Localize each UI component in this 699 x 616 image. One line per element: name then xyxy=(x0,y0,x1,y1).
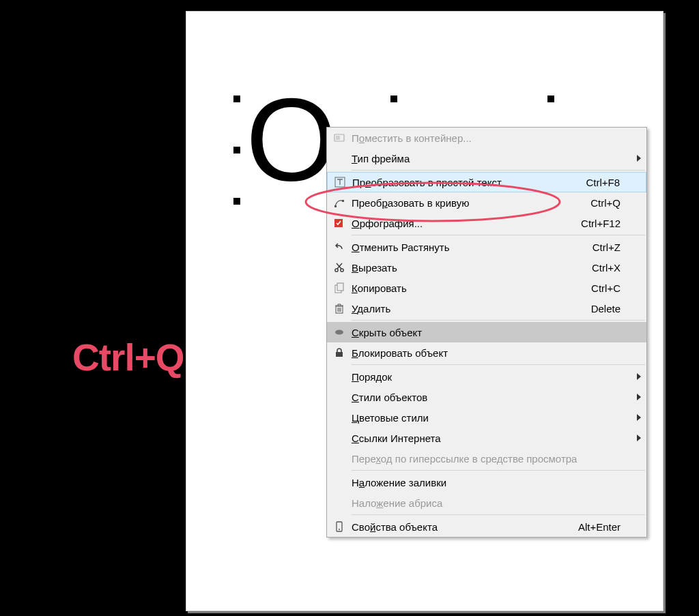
handle-top-middle[interactable] xyxy=(390,96,397,102)
menu-item-label: Цветовые стили xyxy=(352,412,631,424)
menu-item-label: Поместить в контейнер... xyxy=(352,132,631,144)
lock-icon xyxy=(327,347,352,358)
submenu-arrow-icon xyxy=(631,373,646,380)
menu-item-label: Преобразовать в простой текст xyxy=(352,177,586,188)
undo-icon xyxy=(327,241,352,252)
menu-item-label: Свойства объекта xyxy=(352,521,578,533)
menu-item-label: Преобразовать в кривую xyxy=(352,197,590,209)
menu-item-19: Переход по гиперссылке в средстве просмо… xyxy=(327,448,646,469)
menu-item-7[interactable]: Отменить РастянутьCtrl+Z xyxy=(327,237,646,257)
menu-item-16[interactable]: Стили объектов xyxy=(327,387,646,407)
menu-item-shortcut: Ctrl+Z xyxy=(593,241,631,253)
menu-item-shortcut: Ctrl+X xyxy=(592,262,631,274)
menu-item-label: Удалить xyxy=(352,303,591,314)
svg-point-11 xyxy=(335,330,343,335)
menu-item-24[interactable]: Свойства объектаAlt+Enter xyxy=(327,516,646,537)
properties-icon xyxy=(327,521,352,532)
menu-item-17[interactable]: Цветовые стили xyxy=(327,407,646,428)
menu-item-label: Орфография... xyxy=(352,218,581,229)
menu-item-label: Скрыть объект xyxy=(352,327,631,338)
submenu-arrow-icon xyxy=(631,435,646,441)
menu-item-label: Вырезать xyxy=(352,262,592,274)
menu-item-15[interactable]: Порядок xyxy=(327,366,646,387)
spellcheck-icon xyxy=(327,218,352,229)
submenu-arrow-icon xyxy=(631,414,646,421)
menu-item-shortcut: Delete xyxy=(591,303,631,314)
cut-icon xyxy=(327,262,352,273)
menu-item-5[interactable]: Орфография...Ctrl+F12 xyxy=(327,213,646,233)
menu-item-label: Стили объектов xyxy=(352,392,631,403)
menu-separator xyxy=(352,364,645,365)
curve-icon xyxy=(327,197,352,208)
menu-item-21[interactable]: Наложение заливки xyxy=(327,472,646,493)
menu-item-9[interactable]: КопироватьCtrl+C xyxy=(327,278,646,298)
submenu-arrow-icon xyxy=(631,155,646,162)
svg-rect-4 xyxy=(342,200,344,202)
handle-top-right[interactable] xyxy=(547,96,554,102)
menu-item-label: Переход по гиперссылке в средстве просмо… xyxy=(352,453,631,465)
handle-bottom-left[interactable] xyxy=(233,198,240,205)
delete-icon xyxy=(327,303,352,314)
menu-item-shortcut: Ctrl+F12 xyxy=(581,218,631,229)
svg-rect-12 xyxy=(336,352,343,357)
menu-item-shortcut: Ctrl+F8 xyxy=(586,177,631,188)
menu-separator xyxy=(352,514,645,515)
menu-item-label: Наложение заливки xyxy=(352,477,631,488)
menu-item-12[interactable]: Скрыть объект xyxy=(327,322,646,342)
menu-item-4[interactable]: Преобразовать в кривуюCtrl+Q xyxy=(327,192,646,213)
svg-point-14 xyxy=(339,529,340,530)
container-icon xyxy=(327,132,352,143)
svg-point-7 xyxy=(341,269,343,272)
menu-item-13[interactable]: Блокировать объект xyxy=(327,342,646,363)
menu-item-0: Поместить в контейнер... xyxy=(327,128,646,148)
svg-rect-3 xyxy=(334,205,337,207)
menu-item-18[interactable]: Ссылки Интернета xyxy=(327,428,646,448)
menu-item-shortcut: Alt+Enter xyxy=(578,521,631,533)
menu-item-label: Блокировать объект xyxy=(352,347,631,359)
svg-point-6 xyxy=(335,269,338,272)
menu-item-shortcut: Ctrl+C xyxy=(591,282,631,294)
menu-item-label: Ссылки Интернета xyxy=(352,432,631,444)
copy-icon xyxy=(327,282,352,293)
handle-top-left[interactable] xyxy=(233,96,240,102)
submenu-arrow-icon xyxy=(631,394,646,400)
context-menu: Поместить в контейнер...Тип фреймаПреобр… xyxy=(326,127,647,538)
menu-item-1[interactable]: Тип фрейма xyxy=(327,148,646,168)
menu-item-label: Наложение абриса xyxy=(352,497,631,509)
text-frame-icon xyxy=(328,177,352,188)
menu-item-shortcut: Ctrl+Q xyxy=(590,197,631,209)
menu-item-8[interactable]: ВырезатьCtrl+X xyxy=(327,257,646,278)
svg-rect-1 xyxy=(336,136,340,140)
menu-item-22: Наложение абриса xyxy=(327,493,646,513)
svg-rect-9 xyxy=(337,283,343,291)
callout-label: Ctrl+Q xyxy=(72,336,184,379)
menu-separator xyxy=(352,170,645,171)
menu-item-3[interactable]: Преобразовать в простой текстCtrl+F8 xyxy=(327,172,646,192)
text-object[interactable]: O xyxy=(246,80,337,198)
menu-item-label: Копировать xyxy=(352,282,591,294)
menu-item-10[interactable]: УдалитьDelete xyxy=(327,298,646,319)
menu-item-label: Порядок xyxy=(352,371,631,383)
menu-separator xyxy=(352,320,645,321)
menu-separator xyxy=(352,235,645,235)
menu-separator xyxy=(352,470,645,471)
menu-item-label: Отменить Растянуть xyxy=(352,241,593,253)
hide-icon xyxy=(327,327,352,338)
menu-item-label: Тип фрейма xyxy=(352,153,631,164)
handle-middle-left[interactable] xyxy=(233,147,240,153)
